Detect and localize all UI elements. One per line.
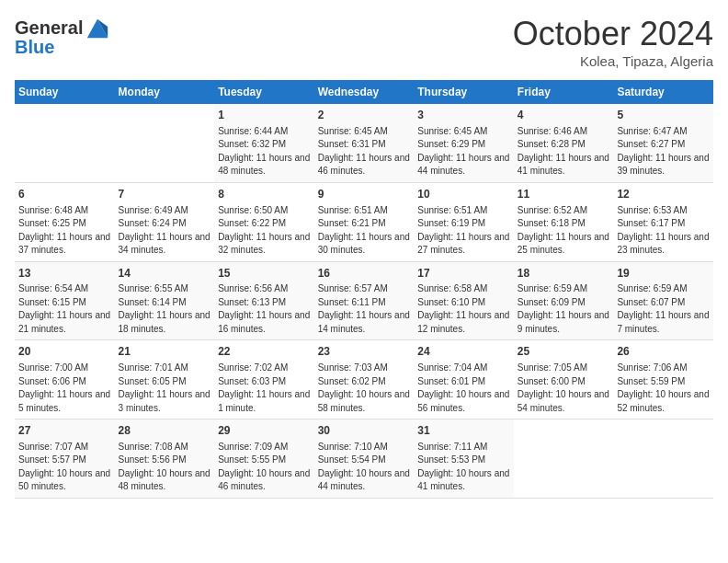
calendar-cell: 1Sunrise: 6:44 AMSunset: 6:32 PMDaylight… xyxy=(214,104,314,182)
day-content: Sunrise: 7:03 AMSunset: 6:02 PMDaylight:… xyxy=(318,362,411,415)
day-content: Sunrise: 6:45 AMSunset: 6:29 PMDaylight:… xyxy=(417,125,510,178)
day-content: Sunrise: 6:53 AMSunset: 6:17 PMDaylight:… xyxy=(617,204,710,258)
calendar-cell: 14Sunrise: 6:55 AMSunset: 6:14 PMDayligh… xyxy=(115,261,215,340)
calendar-cell: 18Sunrise: 6:59 AMSunset: 6:09 PMDayligh… xyxy=(514,261,614,340)
day-content: Sunrise: 7:06 AMSunset: 5:59 PMDaylight:… xyxy=(617,362,710,415)
day-content: Sunrise: 6:44 AMSunset: 6:32 PMDaylight:… xyxy=(218,125,311,178)
day-number: 17 xyxy=(417,266,510,282)
day-content: Sunrise: 7:00 AMSunset: 6:06 PMDaylight:… xyxy=(18,362,111,415)
day-content: Sunrise: 7:04 AMSunset: 6:01 PMDaylight:… xyxy=(417,362,510,415)
calendar-cell: 21Sunrise: 7:01 AMSunset: 6:05 PMDayligh… xyxy=(115,340,215,419)
day-number: 31 xyxy=(417,423,510,439)
calendar-cell: 10Sunrise: 6:51 AMSunset: 6:19 PMDayligh… xyxy=(414,182,514,261)
calendar-cell: 23Sunrise: 7:03 AMSunset: 6:02 PMDayligh… xyxy=(314,340,415,419)
calendar-cell xyxy=(514,419,614,499)
calendar-cell: 8Sunrise: 6:50 AMSunset: 6:22 PMDaylight… xyxy=(214,182,314,261)
day-number: 30 xyxy=(318,423,411,439)
day-content: Sunrise: 7:10 AMSunset: 5:54 PMDaylight:… xyxy=(318,441,411,494)
calendar-cell: 27Sunrise: 7:07 AMSunset: 5:57 PMDayligh… xyxy=(15,419,115,499)
calendar-cell: 26Sunrise: 7:06 AMSunset: 5:59 PMDayligh… xyxy=(613,340,713,419)
logo-icon xyxy=(85,15,110,40)
calendar-cell: 13Sunrise: 6:54 AMSunset: 6:15 PMDayligh… xyxy=(15,261,115,340)
day-header-sunday: Sunday xyxy=(15,80,115,104)
calendar-cell: 17Sunrise: 6:58 AMSunset: 6:10 PMDayligh… xyxy=(414,261,514,340)
day-content: Sunrise: 6:58 AMSunset: 6:10 PMDaylight:… xyxy=(417,282,510,336)
day-content: Sunrise: 6:46 AMSunset: 6:28 PMDaylight:… xyxy=(518,125,610,178)
calendar-cell: 11Sunrise: 6:52 AMSunset: 6:18 PMDayligh… xyxy=(514,182,614,261)
calendar-cell xyxy=(15,104,115,182)
calendar-header-row: SundayMondayTuesdayWednesdayThursdayFrid… xyxy=(15,80,713,104)
day-number: 24 xyxy=(417,344,510,360)
day-content: Sunrise: 7:08 AMSunset: 5:56 PMDaylight:… xyxy=(119,441,211,494)
day-number: 11 xyxy=(518,187,610,202)
logo-general: General xyxy=(15,17,83,39)
day-number: 14 xyxy=(119,266,211,282)
day-content: Sunrise: 6:59 AMSunset: 6:07 PMDaylight:… xyxy=(617,282,710,336)
calendar-cell: 4Sunrise: 6:46 AMSunset: 6:28 PMDaylight… xyxy=(514,104,614,182)
day-content: Sunrise: 6:55 AMSunset: 6:14 PMDaylight:… xyxy=(119,282,211,336)
calendar-cell: 28Sunrise: 7:08 AMSunset: 5:56 PMDayligh… xyxy=(115,419,215,499)
calendar-cell: 25Sunrise: 7:05 AMSunset: 6:00 PMDayligh… xyxy=(514,340,614,419)
day-number: 20 xyxy=(18,344,111,360)
day-number: 23 xyxy=(318,344,411,360)
day-content: Sunrise: 6:47 AMSunset: 6:27 PMDaylight:… xyxy=(617,125,710,178)
day-content: Sunrise: 6:59 AMSunset: 6:09 PMDaylight:… xyxy=(518,282,610,336)
calendar-week-5: 27Sunrise: 7:07 AMSunset: 5:57 PMDayligh… xyxy=(15,419,713,499)
day-header-monday: Monday xyxy=(115,80,215,104)
day-content: Sunrise: 6:56 AMSunset: 6:13 PMDaylight:… xyxy=(218,282,311,336)
day-content: Sunrise: 6:49 AMSunset: 6:24 PMDaylight:… xyxy=(119,204,211,258)
logo: General Blue xyxy=(15,15,110,58)
day-number: 16 xyxy=(318,266,411,282)
day-header-thursday: Thursday xyxy=(414,80,514,104)
day-content: Sunrise: 6:54 AMSunset: 6:15 PMDaylight:… xyxy=(18,282,111,336)
calendar-cell: 16Sunrise: 6:57 AMSunset: 6:11 PMDayligh… xyxy=(314,261,415,340)
day-number: 18 xyxy=(518,266,610,282)
day-header-wednesday: Wednesday xyxy=(314,80,415,104)
day-number: 8 xyxy=(218,187,311,202)
calendar-cell: 24Sunrise: 7:04 AMSunset: 6:01 PMDayligh… xyxy=(414,340,514,419)
page-header: General Blue October 2024 Kolea, Tipaza,… xyxy=(15,15,713,69)
calendar-cell: 5Sunrise: 6:47 AMSunset: 6:27 PMDaylight… xyxy=(613,104,713,182)
calendar-cell xyxy=(115,104,215,182)
month-title: October 2024 xyxy=(513,15,713,53)
calendar-week-2: 6Sunrise: 6:48 AMSunset: 6:25 PMDaylight… xyxy=(15,182,713,261)
day-header-friday: Friday xyxy=(514,80,614,104)
calendar-cell: 9Sunrise: 6:51 AMSunset: 6:21 PMDaylight… xyxy=(314,182,415,261)
day-number: 3 xyxy=(417,108,510,123)
calendar-table: SundayMondayTuesdayWednesdayThursdayFrid… xyxy=(15,80,713,499)
day-content: Sunrise: 6:48 AMSunset: 6:25 PMDaylight:… xyxy=(18,204,111,258)
day-content: Sunrise: 7:05 AMSunset: 6:00 PMDaylight:… xyxy=(518,362,610,415)
calendar-cell: 19Sunrise: 6:59 AMSunset: 6:07 PMDayligh… xyxy=(613,261,713,340)
calendar-cell: 12Sunrise: 6:53 AMSunset: 6:17 PMDayligh… xyxy=(613,182,713,261)
day-content: Sunrise: 6:57 AMSunset: 6:11 PMDaylight:… xyxy=(318,282,411,336)
day-number: 13 xyxy=(18,266,111,282)
day-number: 10 xyxy=(417,187,510,202)
calendar-cell: 31Sunrise: 7:11 AMSunset: 5:53 PMDayligh… xyxy=(414,419,514,499)
day-number: 15 xyxy=(218,266,311,282)
calendar-week-3: 13Sunrise: 6:54 AMSunset: 6:15 PMDayligh… xyxy=(15,261,713,340)
day-content: Sunrise: 6:52 AMSunset: 6:18 PMDaylight:… xyxy=(518,204,610,258)
calendar-cell: 22Sunrise: 7:02 AMSunset: 6:03 PMDayligh… xyxy=(214,340,314,419)
day-content: Sunrise: 7:11 AMSunset: 5:53 PMDaylight:… xyxy=(417,441,510,494)
day-number: 28 xyxy=(119,423,211,439)
calendar-cell: 29Sunrise: 7:09 AMSunset: 5:55 PMDayligh… xyxy=(214,419,314,499)
day-number: 1 xyxy=(218,108,311,123)
day-number: 4 xyxy=(518,108,610,123)
day-number: 5 xyxy=(617,108,710,123)
day-content: Sunrise: 6:51 AMSunset: 6:19 PMDaylight:… xyxy=(417,204,510,258)
day-number: 29 xyxy=(218,423,311,439)
day-number: 22 xyxy=(218,344,311,360)
day-content: Sunrise: 7:07 AMSunset: 5:57 PMDaylight:… xyxy=(18,441,111,494)
day-number: 25 xyxy=(518,344,610,360)
calendar-cell: 20Sunrise: 7:00 AMSunset: 6:06 PMDayligh… xyxy=(15,340,115,419)
calendar-week-1: 1Sunrise: 6:44 AMSunset: 6:32 PMDaylight… xyxy=(15,104,713,182)
calendar-cell: 30Sunrise: 7:10 AMSunset: 5:54 PMDayligh… xyxy=(314,419,415,499)
calendar-cell: 7Sunrise: 6:49 AMSunset: 6:24 PMDaylight… xyxy=(115,182,215,261)
calendar-body: 1Sunrise: 6:44 AMSunset: 6:32 PMDaylight… xyxy=(15,104,713,498)
day-number: 19 xyxy=(617,266,710,282)
calendar-cell: 2Sunrise: 6:45 AMSunset: 6:31 PMDaylight… xyxy=(314,104,415,182)
day-number: 9 xyxy=(318,187,411,202)
day-content: Sunrise: 7:02 AMSunset: 6:03 PMDaylight:… xyxy=(218,362,311,415)
calendar-week-4: 20Sunrise: 7:00 AMSunset: 6:06 PMDayligh… xyxy=(15,340,713,419)
day-content: Sunrise: 6:50 AMSunset: 6:22 PMDaylight:… xyxy=(218,204,311,258)
